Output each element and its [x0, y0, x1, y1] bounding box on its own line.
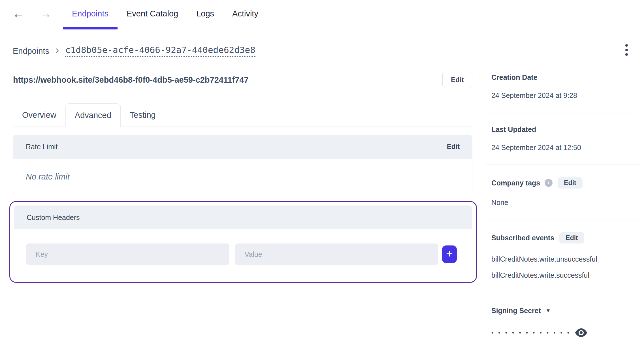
subscribed-event-item: billCreditNotes.write.unsuccessful — [491, 255, 639, 263]
detail-tab-bar: Overview Advanced Testing — [13, 103, 472, 127]
back-arrow-icon[interactable]: ← — [12, 0, 24, 29]
company-tags-header: Company tags i Edit — [491, 177, 639, 189]
rate-limit-empty-text: No rate limit — [13, 159, 472, 195]
custom-headers-highlight-outline: Custom Headers + — [9, 201, 477, 283]
breadcrumb-endpoint-id[interactable]: c1d8b05e-acfe-4066-92a7-440ede62d3e8 — [65, 45, 255, 57]
signing-secret-masked-value: •••••••••••• — [491, 328, 574, 337]
rate-limit-edit-button[interactable]: Edit — [447, 143, 460, 151]
subscribed-events-section: Subscribed events Edit billCreditNotes.w… — [486, 232, 639, 279]
top-tab-logs[interactable]: Logs — [187, 0, 223, 29]
header-value-input[interactable] — [235, 243, 438, 265]
sidebar-divider — [486, 164, 639, 164]
signing-secret-header[interactable]: Signing Secret ▾ — [491, 305, 639, 316]
endpoint-details-page: ← → Endpoints Event Catalog Logs Activit… — [0, 0, 644, 342]
creation-date-value: 24 September 2024 at 9:28 — [491, 91, 639, 100]
edit-url-button[interactable]: Edit — [442, 72, 472, 88]
eye-icon — [575, 328, 588, 337]
plus-icon: + — [446, 248, 453, 259]
chevron-right-icon: › — [56, 45, 59, 57]
forward-arrow-icon[interactable]: → — [40, 0, 52, 29]
company-tags-value: None — [491, 198, 639, 207]
kebab-dot — [625, 53, 628, 56]
rate-limit-card: Rate Limit Edit No rate limit — [13, 135, 472, 195]
custom-headers-form: + — [14, 229, 472, 278]
top-tab-event-catalog[interactable]: Event Catalog — [118, 0, 187, 29]
sidebar-divider — [486, 112, 639, 112]
header-key-input[interactable] — [26, 243, 229, 265]
rate-limit-title: Rate Limit — [26, 143, 58, 151]
top-tab-endpoints[interactable]: Endpoints — [63, 0, 118, 29]
breadcrumb: Endpoints › c1d8b05e-acfe-4066-92a7-440e… — [13, 45, 255, 57]
subscribed-events-header: Subscribed events Edit — [491, 232, 639, 243]
creation-date-section: Creation Date 24 September 2024 at 9:28 — [486, 73, 639, 100]
tab-testing[interactable]: Testing — [121, 103, 165, 127]
last-updated-value: 24 September 2024 at 12:50 — [491, 143, 639, 152]
top-tab-bar: Endpoints Event Catalog Logs Activity — [63, 0, 267, 29]
last-updated-label: Last Updated — [491, 125, 639, 134]
custom-headers-card-header: Custom Headers — [14, 206, 472, 229]
custom-headers-title: Custom Headers — [27, 213, 80, 222]
subscribed-events-label: Subscribed events — [491, 234, 554, 242]
last-updated-section: Last Updated 24 September 2024 at 12:50 — [486, 125, 639, 152]
company-tags-label: Company tags — [491, 179, 540, 187]
tab-overview[interactable]: Overview — [13, 103, 65, 127]
add-header-button[interactable]: + — [442, 245, 457, 263]
top-navigation: ← → Endpoints Event Catalog Logs Activit… — [12, 0, 267, 29]
creation-date-label: Creation Date — [491, 73, 639, 82]
signing-secret-label: Signing Secret — [491, 306, 541, 315]
company-tags-edit-button[interactable]: Edit — [558, 177, 582, 189]
main-content: https://webhook.site/3ebd46b8-f0f0-4db5-… — [13, 72, 472, 283]
sidebar-divider — [486, 292, 639, 292]
sidebar-divider — [486, 219, 639, 219]
signing-secret-value-row: •••••••••••• — [491, 328, 639, 337]
subscribed-event-item: billCreditNotes.write.successful — [491, 271, 639, 279]
tab-advanced[interactable]: Advanced — [65, 103, 121, 127]
endpoint-url-title: https://webhook.site/3ebd46b8-f0f0-4db5-… — [13, 75, 249, 85]
info-icon[interactable]: i — [545, 179, 553, 187]
overflow-menu-icon[interactable] — [624, 43, 629, 57]
details-sidebar: Creation Date 24 September 2024 at 9:28 … — [486, 73, 639, 337]
kebab-dot — [625, 44, 628, 47]
chevron-down-icon[interactable]: ▾ — [547, 307, 550, 314]
rate-limit-card-header: Rate Limit Edit — [13, 135, 472, 159]
subscribed-events-edit-button[interactable]: Edit — [559, 232, 584, 243]
custom-headers-card: Custom Headers + — [14, 206, 472, 278]
reveal-secret-button[interactable] — [575, 328, 588, 337]
kebab-dot — [625, 49, 628, 51]
top-tab-activity[interactable]: Activity — [223, 0, 267, 29]
breadcrumb-endpoints-link[interactable]: Endpoints — [13, 46, 49, 56]
signing-secret-section: Signing Secret ▾ •••••••••••• — [486, 305, 639, 337]
company-tags-section: Company tags i Edit None — [486, 177, 639, 207]
endpoint-url-row: https://webhook.site/3ebd46b8-f0f0-4db5-… — [13, 72, 472, 88]
